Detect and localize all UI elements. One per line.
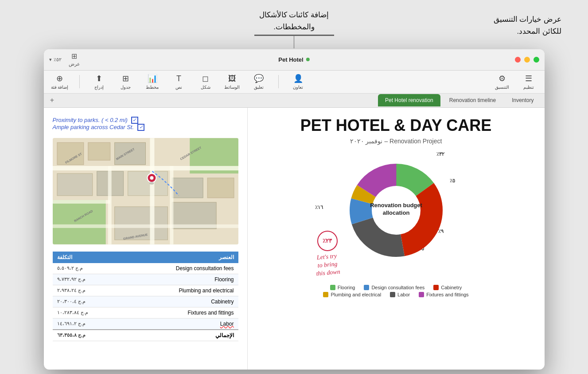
annotation-23pct: ٪٢٣ Let's try to bring this down (315, 231, 339, 277)
shape-icon: ◻ (202, 74, 209, 83)
table-cell-cost: م.ج ٢،٩٣٨،٢٤ (53, 285, 106, 296)
table-cell-cost: م.ج ٩،٧٣٢،٩٢ (53, 274, 106, 285)
organize-icon: ☰ (525, 74, 532, 83)
toolbar-left-group: ☰ تنظيم ⚙ التنسيق (493, 74, 537, 90)
handwritten-note: Let's try to bring this down (314, 252, 340, 278)
tab-pet-hotel-renovation[interactable]: Pet Hotel renovation (378, 94, 440, 106)
toolbar-chart[interactable]: 📊 مخطط (144, 74, 161, 90)
svg-rect-5 (114, 142, 145, 165)
svg-rect-4 (88, 142, 110, 160)
donut-chart-svg: Renovation budget allocation (325, 148, 467, 272)
tab-inventory[interactable]: Inventory (505, 94, 541, 106)
toolbar-text[interactable]: T نص (170, 74, 188, 90)
svg-rect-10 (207, 178, 234, 198)
toolbar-divider (278, 75, 279, 88)
table-cell-item: Plumbing and electrical (106, 285, 238, 296)
legend-flooring: Flooring (330, 285, 355, 290)
toolbar-shape[interactable]: ◻ شكل (197, 74, 214, 90)
legend-labor: Labor (390, 292, 410, 297)
main-window: ⊞ عرض ٥٢٪ ▾ Pet Hotel ☰ تنظيم ⚙ (44, 49, 545, 370)
titlebar: ⊞ عرض ٥٢٪ ▾ Pet Hotel (44, 49, 545, 71)
svg-point-25 (150, 176, 153, 180)
svg-text:Renovation budget: Renovation budget (370, 202, 422, 209)
minimize-button[interactable] (524, 57, 530, 63)
window-title: Pet Hotel (278, 56, 303, 63)
chevron-icon: ▾ (49, 57, 52, 63)
title-status-dot (306, 58, 310, 61)
svg-rect-18 (53, 224, 238, 228)
proximity-line-2: Ample parking across Cedar St. ✓ (53, 124, 238, 131)
table-row: Flooring م.ج ٩،٧٣٢،٩٢ (53, 274, 238, 285)
view-icon: ⊞ (71, 52, 77, 60)
annotation-top: إضافة كائنات كالأشكال والمخططات. (254, 9, 334, 48)
map-svg: FILMORE ST MAIN STREET CEDAR STREET RANC… (53, 138, 238, 244)
titlebar-right-tools: ⊞ عرض ٥٢٪ ▾ (49, 52, 80, 67)
legend-dot-design (364, 285, 369, 290)
proximity-text: Proximity to parks. ( < 0.2 mi) ✓ Ample … (53, 117, 238, 131)
map: FILMORE ST MAIN STREET CEDAR STREET RANC… (53, 138, 238, 244)
comment-icon: 💬 (254, 74, 264, 83)
media-icon: 🖼 (228, 74, 236, 83)
svg-rect-8 (128, 171, 167, 196)
chart-container: ٪٣٢ ٪١٦ ٪٥ ٪١٥ ٪٩ (312, 148, 480, 281)
table-total-row: الإجمالي م.ج ٦٣،٣٥٥،٨ (53, 330, 238, 341)
toolbar-media[interactable]: 🖼 الوسائط (223, 74, 241, 90)
table-cell-cost: م.ج ٢٠،٣٠٠،٤ (53, 296, 106, 307)
svg-rect-13 (53, 166, 238, 170)
tabs-bar: Inventory Renovation timeline Pet Hotel … (44, 94, 545, 108)
table-cell-item: Cabinetry (106, 296, 238, 307)
left-panel: Proximity to parks. ( < 0.2 mi) ✓ Ample … (44, 108, 248, 370)
toolbar-view[interactable]: ⊞ عرض (69, 52, 80, 67)
table-total-cost: م.ج ٦٣،٣٥٥،٨ (53, 330, 106, 341)
legend-dot-flooring (330, 285, 335, 290)
budget-table: العنصر التكلفة Design consultation fees … (53, 252, 238, 341)
add-tab-button[interactable]: + (47, 95, 57, 105)
toolbar-format[interactable]: ⚙ التنسيق (493, 74, 511, 90)
toolbar-table[interactable]: ⊞ جدول (117, 74, 135, 90)
table-cell-item: Flooring (106, 274, 238, 285)
svg-rect-6 (57, 173, 92, 196)
table-cell-item: Fixtures and fittings (106, 307, 238, 318)
table-icon: ⊞ (122, 74, 129, 83)
zoom-control[interactable]: ٥٢٪ ▾ (49, 57, 62, 63)
toolbar-collaborate[interactable]: 👤 تعاون (289, 74, 307, 90)
table-row: Labor م.ج ١٤،٦٩١،٢ (53, 318, 238, 330)
annotation-left: عرض خيارات التنسيق للكائن المحدد. (494, 13, 561, 37)
chart-icon: 📊 (148, 74, 157, 83)
insert-icon: ⬆ (96, 74, 102, 83)
table-header-cost: التكلفة (53, 252, 106, 263)
table-cell-cost: م.ج ٥،٥٠٩،٢ (53, 263, 106, 274)
svg-rect-17 (170, 166, 173, 244)
toolbar-comment[interactable]: 💬 تعليق (250, 74, 268, 90)
table-row: Plumbing and electrical م.ج ٢،٩٣٨،٢٤ (53, 285, 238, 296)
tab-renovation-timeline[interactable]: Renovation timeline (442, 94, 503, 106)
close-button[interactable] (515, 57, 521, 63)
window-title-area: Pet Hotel (278, 56, 309, 63)
maximize-button[interactable] (533, 57, 539, 63)
legend-dot-plumbing (323, 292, 328, 297)
toolbar-organize[interactable]: ☰ تنظيم (520, 74, 537, 90)
proximity-line-1: Proximity to parks. ( < 0.2 mi) ✓ (53, 117, 238, 124)
table-cell-cost: م.ج ١٤،٦٩١،٢ (53, 318, 106, 330)
legend-dot-labor (390, 292, 395, 297)
window-controls[interactable] (515, 57, 539, 63)
svg-rect-14 (150, 138, 154, 244)
legend-plumbing: Plumbing and electrical (323, 292, 381, 297)
svg-rect-1 (53, 200, 106, 244)
table-row: Fixtures and fittings م.ج ١٠،٢٨٣،٨٤ (53, 307, 238, 318)
toolbar-insert[interactable]: ⬆ إدراج (90, 74, 108, 90)
legend-design: Design consultation fees (364, 285, 424, 290)
text-icon: T (176, 74, 181, 83)
table-cell-cost: م.ج ١٠،٢٨٣،٨٤ (53, 307, 106, 318)
table-row: Design consultation fees م.ج ٥،٥٠٩،٢ (53, 263, 238, 274)
toolbar-divider2 (79, 75, 80, 88)
toolbar-insert-sheet[interactable]: ⊕ إضافة فئة (51, 74, 69, 90)
right-panel: PET HOTEL & DAY CARE Renovation Project … (248, 108, 545, 370)
svg-rect-15 (53, 200, 110, 203)
toolbar: ☰ تنظيم ⚙ التنسيق 👤 تعاون 💬 تعليق 🖼 الوس… (44, 71, 545, 94)
svg-rect-9 (172, 178, 203, 198)
table-header-item: العنصر (106, 252, 238, 263)
checkbox-1: ✓ (131, 117, 138, 124)
svg-text:allocation: allocation (382, 209, 409, 216)
toolbar-right-group: 👤 تعاون 💬 تعليق 🖼 الوسائط ◻ شكل T نص 📊 (51, 74, 307, 90)
